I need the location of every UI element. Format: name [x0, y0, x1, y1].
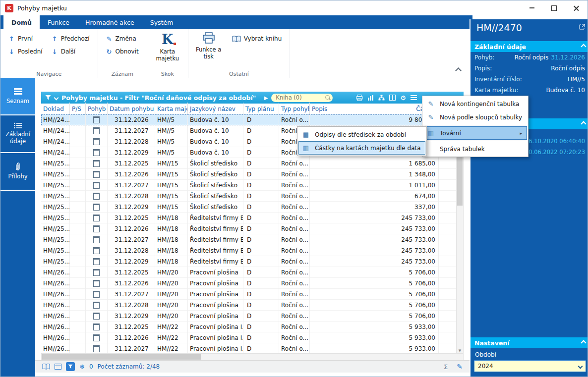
sidebar-item-prilohy[interactable]: Přílohy — [0, 153, 35, 191]
close-button[interactable] — [565, 0, 588, 15]
field-pohyb: Pohyb: Roční odpis31.12.2026 — [470, 52, 588, 63]
filter-active-icon[interactable] — [66, 362, 75, 371]
cell-typ-pohybu: Roční o... — [279, 245, 310, 256]
sum-icon[interactable]: Σ — [444, 363, 448, 371]
cell-castka: 245 733,00 — [380, 256, 439, 267]
sidebar-item-label: Přílohy — [8, 173, 28, 180]
table-row[interactable]: HM//25... 31.12.2025 HM//18 Ředitelství … — [41, 213, 464, 223]
cell-typ-pohybu: Roční o... — [279, 321, 310, 332]
tab-hromadne-akce[interactable]: Hromadné akce — [77, 15, 142, 29]
menu-item-label: Nová kontingenční tabulka — [440, 101, 519, 108]
previous-record-button[interactable]: ↑Předchozí — [49, 32, 93, 45]
cell-jazykovy-nazev: Školicí středisko — [188, 158, 243, 169]
hamburger-menu-icon[interactable] — [411, 94, 417, 101]
sidebar-item-seznam[interactable]: Seznam — [0, 78, 35, 115]
period-label: Období — [470, 348, 588, 360]
table-row[interactable]: HM//26... 31.12.2027 HM//20 Pracovní plo… — [41, 289, 464, 300]
book-view-icon[interactable] — [42, 364, 50, 370]
table-row[interactable]: HM//26... 31.12.2027 HM//22 Pracovní plo… — [41, 343, 464, 354]
open-record-icon[interactable] — [579, 24, 585, 30]
period-select[interactable]: 2024 — [474, 360, 586, 372]
table-row[interactable]: HM//25... 31.12.2027 HM//18 Ředitelství … — [41, 234, 464, 245]
table-row[interactable]: HM//25... 31.12.2028 HM//18 Ředitelství … — [41, 245, 464, 256]
cell-popis — [310, 321, 380, 332]
cell-typ-planu: D — [243, 114, 279, 125]
functions-print-label: Funkce a tisk — [193, 47, 224, 60]
table-row[interactable]: HM//26... 31.12.2028 HM//20 Pracovní plo… — [41, 300, 464, 311]
ribbon-collapse-button[interactable] — [455, 67, 462, 74]
change-button[interactable]: ✎Změna — [103, 32, 142, 45]
asset-card-button[interactable]: K Karta majetku — [152, 32, 183, 62]
snowflake-icon[interactable]: ❄ — [79, 363, 85, 371]
table-row[interactable]: HM//25... 31.12.2027 HM//15 Školicí stře… — [41, 180, 464, 191]
last-record-button[interactable]: ↓Poslední — [5, 45, 46, 58]
tables-menu: ✎ Nová kontingenční tabulka ✎ Nová podle… — [422, 96, 529, 157]
menu-item[interactable]: ▦ Tovární ▸ — [423, 126, 527, 140]
cell-castka: 245 733,00 — [380, 245, 439, 256]
cell-karta-majetku: HM//20 — [155, 277, 188, 289]
select-book-button[interactable]: Vybrat knihu — [229, 34, 285, 43]
table-row[interactable]: HM//24... 31.12.2026 HM//5 Budova č. 10 … — [41, 114, 464, 125]
maximize-button[interactable] — [543, 0, 565, 15]
arrow-down-icon: ↓ — [52, 48, 58, 55]
book-search-input[interactable] — [271, 94, 333, 102]
cell-ps — [70, 277, 86, 289]
menu-item[interactable]: Správa tabulek — [423, 142, 527, 156]
columns-icon[interactable] — [389, 95, 396, 101]
cell-ps — [70, 147, 86, 158]
cell-jazykovy-nazev: Pracovní plošina I... — [188, 332, 243, 343]
sidebar-item-zakladni-udaje[interactable]: Základní údaje — [0, 115, 35, 153]
menu-item[interactable]: ✎ Nová kontingenční tabulka — [423, 97, 527, 110]
table-row[interactable]: HM//25... 31.12.2028 HM//15 Školicí stře… — [41, 191, 464, 202]
group-label-ostatni: Ostatní — [188, 71, 290, 77]
minimize-button[interactable] — [521, 0, 543, 15]
table-row[interactable]: HM//25... 31.12.2029 HM//18 Ředitelství … — [41, 256, 464, 267]
filter-icon[interactable] — [45, 95, 51, 101]
menu-item[interactable]: ▦ Odpisy dle středisek za období — [298, 128, 425, 141]
cell-jazykovy-nazev: Budova č. 10 — [188, 136, 243, 147]
tab-funkce[interactable]: Funkce — [40, 15, 77, 29]
panel-view-icon[interactable] — [55, 364, 61, 370]
chevron-down-icon[interactable] — [54, 95, 59, 100]
functions-print-button[interactable]: Funkce a tisk — [193, 32, 224, 60]
table-row[interactable]: HM//26... 31.12.2025 HM//22 Pracovní plo… — [41, 322, 464, 332]
edit-icon[interactable]: ✎ — [457, 363, 463, 371]
first-record-button[interactable]: ↑První — [5, 32, 46, 45]
scrollbar-thumb[interactable] — [42, 354, 201, 360]
cell-typ-planu: D — [243, 179, 279, 191]
tab-domu[interactable]: Domů — [3, 15, 40, 29]
cell-jazykovy-nazev: Budova č. 10 — [188, 147, 243, 158]
cell-doklad: HM//25... — [41, 190, 70, 202]
calendar-icon — [86, 147, 108, 158]
play-icon[interactable]: ▶ — [264, 95, 268, 101]
table-row[interactable]: HM//25... 31.12.2026 HM//15 Školicí stře… — [41, 169, 464, 180]
cell-karta-majetku: HM//15 — [155, 179, 188, 191]
cell-castka: 674,00 — [380, 190, 439, 202]
list-icon — [14, 122, 22, 129]
section-header-zakladni-udaje[interactable]: Základní údaje — [470, 41, 588, 52]
settings-gear-icon[interactable]: ⚙ — [400, 95, 406, 101]
table-row[interactable]: HM//25... 31.12.2029 HM//15 Školicí stře… — [41, 202, 464, 213]
chart-icon[interactable] — [367, 95, 374, 101]
hierarchy-icon[interactable] — [378, 95, 385, 101]
next-record-button[interactable]: ↓Další — [49, 45, 93, 58]
menu-item[interactable]: ▦ Částky na kartách majetku dle data — [298, 141, 425, 155]
cell-karta-majetku: HM//5 — [155, 136, 188, 147]
calendar-icon — [86, 267, 108, 278]
table-row[interactable]: HM//26... 31.12.2025 HM//20 Pracovní plo… — [41, 267, 464, 278]
cell-karta-majetku: HM//5 — [155, 125, 188, 136]
tab-system[interactable]: Systém — [142, 15, 181, 29]
horizontal-scrollbar[interactable] — [41, 353, 464, 361]
table-row[interactable]: HM//26... 31.12.2026 HM//20 Pracovní plo… — [41, 278, 464, 289]
section-header-nastaveni[interactable]: Nastavení — [470, 337, 588, 348]
table-row[interactable]: HM//25... 31.12.2026 HM//18 Ředitelství … — [41, 223, 464, 234]
cell-doklad: HM//24... — [41, 136, 70, 147]
refresh-button[interactable]: ↻Obnovit — [103, 45, 142, 58]
table-row[interactable]: HM//25... 31.12.2025 HM//15 Školicí stře… — [41, 158, 464, 169]
table-row[interactable]: HM//26... 31.12.2029 HM//20 Pracovní plo… — [41, 311, 464, 322]
next-record-label: Další — [61, 48, 76, 55]
table-row[interactable]: HM//26... 31.12.2026 HM//22 Pracovní plo… — [41, 332, 464, 343]
menu-item[interactable]: ✎ Nová podle sloupců tabulky — [423, 110, 527, 124]
cell-karta-majetku: HM//15 — [155, 190, 188, 202]
print-icon[interactable] — [356, 95, 363, 101]
